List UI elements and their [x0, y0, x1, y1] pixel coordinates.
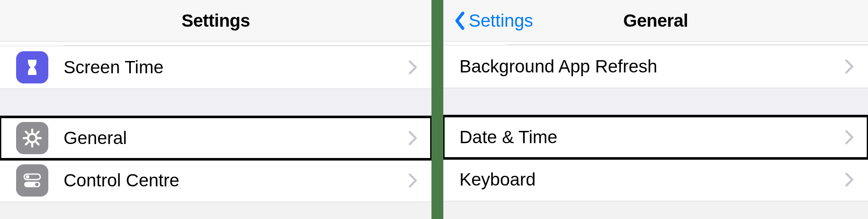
group-spacer-right — [443, 88, 868, 116]
chevron-right-icon — [843, 58, 855, 75]
svg-line-6 — [37, 143, 39, 145]
chevron-right-icon — [843, 128, 855, 146]
partial-row-top — [0, 42, 431, 46]
chevron-right-icon — [407, 58, 419, 76]
chevron-right-icon — [407, 172, 419, 189]
chevron-right-icon — [407, 129, 419, 147]
svg-line-5 — [26, 132, 28, 134]
chevron-right-icon — [843, 171, 855, 189]
group-screen-time: Screen Time — [0, 46, 431, 89]
panel-divider — [431, 0, 443, 219]
navbar-general: Settings General — [443, 0, 868, 42]
row-background-app-refresh[interactable]: Background App Refresh — [443, 45, 868, 88]
svg-line-8 — [37, 132, 39, 134]
partial-row-top-right — [443, 42, 868, 45]
group-background-refresh: Background App Refresh — [443, 45, 868, 88]
row-label-keyboard: Keyboard — [459, 169, 843, 190]
group-general: General Control Centre — [0, 116, 431, 202]
back-button-label: Settings — [469, 11, 533, 31]
toggles-icon — [16, 164, 48, 197]
svg-line-7 — [26, 143, 28, 145]
group-date-time: Date & Time Keyboard — [443, 116, 868, 201]
row-date-time[interactable]: Date & Time — [443, 116, 868, 158]
svg-point-0 — [28, 134, 36, 142]
screen-time-icon — [16, 51, 48, 83]
row-control-centre[interactable]: Control Centre — [0, 159, 431, 202]
chevron-left-icon — [452, 9, 467, 32]
row-screen-time[interactable]: Screen Time — [0, 46, 431, 89]
settings-content: Screen Time — [0, 42, 431, 202]
settings-panel: Settings Screen Time — [0, 0, 431, 219]
row-label-date-time: Date & Time — [459, 127, 843, 147]
svg-point-12 — [35, 183, 39, 186]
navbar-title-settings: Settings — [181, 11, 250, 31]
row-general[interactable]: General — [0, 117, 431, 159]
back-button[interactable]: Settings — [452, 0, 533, 41]
navbar-title-general: General — [623, 11, 688, 31]
row-label-background-app-refresh: Background App Refresh — [459, 56, 843, 77]
navbar-settings: Settings — [0, 0, 431, 42]
svg-point-10 — [26, 175, 29, 179]
row-label-control-centre: Control Centre — [64, 170, 407, 191]
row-label-screen-time: Screen Time — [64, 57, 407, 78]
gear-icon — [16, 122, 48, 154]
row-label-general: General — [64, 128, 407, 148]
group-spacer — [0, 89, 431, 116]
general-panel: Settings General Background App Refresh … — [443, 0, 868, 219]
row-keyboard[interactable]: Keyboard — [443, 158, 868, 201]
general-content: Background App Refresh Date & Time Keybo… — [443, 42, 868, 201]
